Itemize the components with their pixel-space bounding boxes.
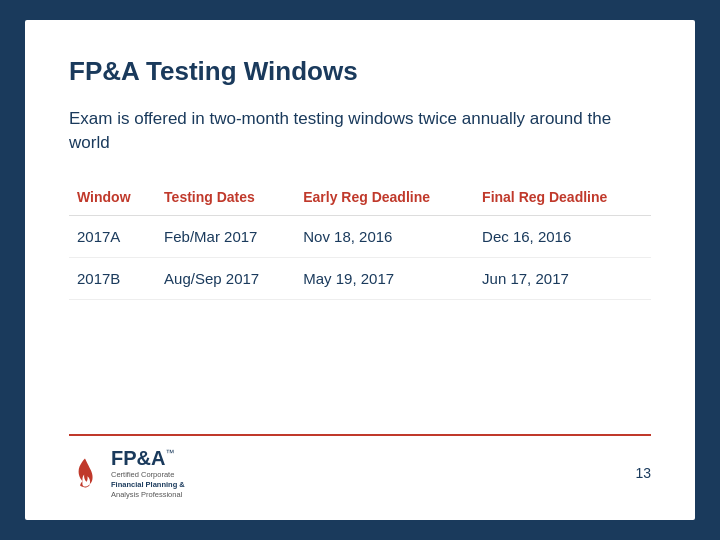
- logo-tm-text: ™: [165, 448, 174, 459]
- testing-windows-table: Window Testing Dates Early Reg Deadline …: [69, 183, 651, 300]
- slide-subtitle: Exam is offered in two-month testing win…: [69, 107, 651, 155]
- logo-certified-line1: Certified Corporate: [111, 470, 185, 480]
- col-header-final-reg: Final Reg Deadline: [474, 183, 651, 216]
- logo-certified-line2: Financial Planning &: [111, 480, 185, 490]
- cell-window-2017a: 2017A: [69, 215, 156, 257]
- table-header-row: Window Testing Dates Early Reg Deadline …: [69, 183, 651, 216]
- cell-early-2017b: May 19, 2017: [295, 257, 474, 299]
- col-header-window: Window: [69, 183, 156, 216]
- logo-certified-line3: Analysis Professional: [111, 490, 185, 500]
- slide-title: FP&A Testing Windows: [69, 56, 651, 87]
- cell-dates-2017b: Aug/Sep 2017: [156, 257, 295, 299]
- table-row: 2017B Aug/Sep 2017 May 19, 2017 Jun 17, …: [69, 257, 651, 299]
- logo-text-block: FP&A ™ Certified Corporate Financial Pla…: [111, 446, 185, 500]
- cell-dates-2017a: Feb/Mar 2017: [156, 215, 295, 257]
- col-header-early-reg: Early Reg Deadline: [295, 183, 474, 216]
- fpa-flame-icon: [69, 457, 101, 489]
- cell-final-2017a: Dec 16, 2016: [474, 215, 651, 257]
- slide: FP&A Testing Windows Exam is offered in …: [25, 20, 695, 520]
- footer-logo: FP&A ™ Certified Corporate Financial Pla…: [69, 446, 185, 500]
- col-header-testing-dates: Testing Dates: [156, 183, 295, 216]
- table-row: 2017A Feb/Mar 2017 Nov 18, 2016 Dec 16, …: [69, 215, 651, 257]
- page-number: 13: [635, 465, 651, 481]
- cell-early-2017a: Nov 18, 2016: [295, 215, 474, 257]
- footer: FP&A ™ Certified Corporate Financial Pla…: [69, 434, 651, 500]
- cell-window-2017b: 2017B: [69, 257, 156, 299]
- logo-fpa-text: FP&A: [111, 446, 165, 470]
- cell-final-2017b: Jun 17, 2017: [474, 257, 651, 299]
- table-container: Window Testing Dates Early Reg Deadline …: [69, 183, 651, 424]
